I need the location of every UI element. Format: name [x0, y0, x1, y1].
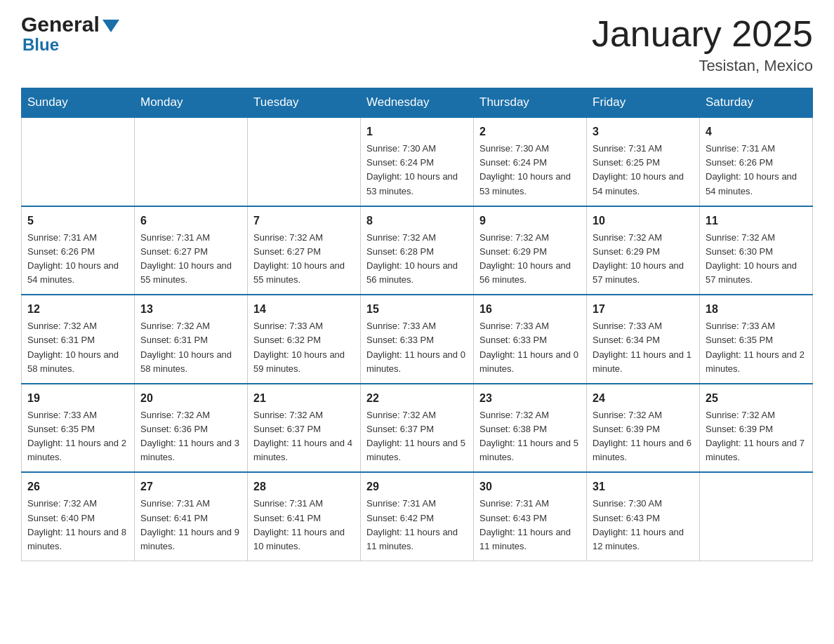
calendar-week-1: 1Sunrise: 7:30 AM Sunset: 6:24 PM Daylig…: [22, 117, 813, 206]
day-info: Sunrise: 7:30 AM Sunset: 6:24 PM Dayligh…: [366, 142, 468, 199]
day-header-sunday: Sunday: [22, 88, 135, 118]
day-info: Sunrise: 7:32 AM Sunset: 6:39 PM Dayligh…: [593, 408, 694, 465]
calendar-week-3: 12Sunrise: 7:32 AM Sunset: 6:31 PM Dayli…: [22, 295, 813, 384]
calendar-cell: 27Sunrise: 7:31 AM Sunset: 6:41 PM Dayli…: [135, 472, 248, 561]
calendar-cell: 31Sunrise: 7:30 AM Sunset: 6:43 PM Dayli…: [587, 472, 700, 561]
day-number: 7: [253, 213, 355, 229]
day-number: 12: [27, 301, 128, 318]
day-number: 17: [593, 301, 694, 318]
day-number: 27: [140, 478, 241, 495]
day-info: Sunrise: 7:31 AM Sunset: 6:27 PM Dayligh…: [140, 231, 241, 288]
calendar-cell: 17Sunrise: 7:33 AM Sunset: 6:34 PM Dayli…: [587, 295, 700, 384]
day-info: Sunrise: 7:32 AM Sunset: 6:30 PM Dayligh…: [706, 231, 807, 288]
day-info: Sunrise: 7:32 AM Sunset: 6:31 PM Dayligh…: [27, 319, 128, 376]
day-info: Sunrise: 7:33 AM Sunset: 6:35 PM Dayligh…: [27, 408, 128, 465]
day-number: 24: [593, 390, 694, 407]
location: Tesistan, Mexico: [592, 57, 813, 75]
calendar-cell: 29Sunrise: 7:31 AM Sunset: 6:42 PM Dayli…: [361, 472, 474, 561]
day-number: 2: [479, 123, 581, 140]
calendar-cell: 9Sunrise: 7:32 AM Sunset: 6:29 PM Daylig…: [474, 206, 587, 295]
month-title: January 2025: [592, 14, 813, 54]
day-info: Sunrise: 7:33 AM Sunset: 6:33 PM Dayligh…: [479, 319, 581, 376]
calendar-cell: 6Sunrise: 7:31 AM Sunset: 6:27 PM Daylig…: [135, 206, 248, 295]
calendar-cell: 24Sunrise: 7:32 AM Sunset: 6:39 PM Dayli…: [587, 384, 700, 473]
day-number: 23: [479, 390, 581, 407]
calendar-cell: 10Sunrise: 7:32 AM Sunset: 6:29 PM Dayli…: [587, 206, 700, 295]
day-info: Sunrise: 7:32 AM Sunset: 6:28 PM Dayligh…: [366, 231, 468, 288]
calendar-week-2: 5Sunrise: 7:31 AM Sunset: 6:26 PM Daylig…: [22, 206, 813, 295]
day-info: Sunrise: 7:32 AM Sunset: 6:37 PM Dayligh…: [253, 408, 355, 465]
day-number: 5: [27, 213, 128, 229]
calendar-cell: 2Sunrise: 7:30 AM Sunset: 6:24 PM Daylig…: [474, 117, 587, 206]
logo-blue-text: Blue: [22, 35, 59, 55]
calendar-week-4: 19Sunrise: 7:33 AM Sunset: 6:35 PM Dayli…: [22, 384, 813, 473]
calendar-cell: 19Sunrise: 7:33 AM Sunset: 6:35 PM Dayli…: [22, 384, 135, 473]
day-number: 29: [366, 478, 468, 495]
day-info: Sunrise: 7:30 AM Sunset: 6:43 PM Dayligh…: [593, 497, 694, 554]
calendar-cell: 21Sunrise: 7:32 AM Sunset: 6:37 PM Dayli…: [248, 384, 361, 473]
day-number: 21: [253, 390, 355, 407]
calendar-cell: 16Sunrise: 7:33 AM Sunset: 6:33 PM Dayli…: [474, 295, 587, 384]
calendar-cell: [248, 117, 361, 206]
day-headers-row: SundayMondayTuesdayWednesdayThursdayFrid…: [22, 88, 813, 118]
day-number: 11: [706, 213, 807, 229]
day-info: Sunrise: 7:30 AM Sunset: 6:24 PM Dayligh…: [479, 142, 581, 199]
day-info: Sunrise: 7:31 AM Sunset: 6:41 PM Dayligh…: [253, 497, 355, 554]
day-number: 26: [27, 478, 128, 495]
day-number: 28: [253, 478, 355, 495]
day-info: Sunrise: 7:33 AM Sunset: 6:32 PM Dayligh…: [253, 319, 355, 376]
calendar-cell: [22, 117, 135, 206]
calendar-cell: 12Sunrise: 7:32 AM Sunset: 6:31 PM Dayli…: [22, 295, 135, 384]
day-number: 20: [140, 390, 241, 407]
day-info: Sunrise: 7:32 AM Sunset: 6:27 PM Dayligh…: [253, 231, 355, 288]
calendar-cell: [700, 472, 813, 561]
day-header-wednesday: Wednesday: [361, 88, 474, 118]
calendar-cell: 28Sunrise: 7:31 AM Sunset: 6:41 PM Dayli…: [248, 472, 361, 561]
day-info: Sunrise: 7:32 AM Sunset: 6:36 PM Dayligh…: [140, 408, 241, 465]
calendar-cell: 4Sunrise: 7:31 AM Sunset: 6:26 PM Daylig…: [700, 117, 813, 206]
day-number: 13: [140, 301, 241, 318]
day-number: 10: [593, 213, 694, 229]
logo-general-text: General: [21, 14, 100, 35]
day-info: Sunrise: 7:31 AM Sunset: 6:26 PM Dayligh…: [706, 142, 807, 199]
calendar-cell: [135, 117, 248, 206]
day-number: 30: [479, 478, 581, 495]
day-info: Sunrise: 7:32 AM Sunset: 6:38 PM Dayligh…: [479, 408, 581, 465]
day-number: 8: [366, 213, 468, 229]
day-number: 22: [366, 390, 468, 407]
day-number: 15: [366, 301, 468, 318]
day-info: Sunrise: 7:32 AM Sunset: 6:31 PM Dayligh…: [140, 319, 241, 376]
day-header-monday: Monday: [135, 88, 248, 118]
day-info: Sunrise: 7:32 AM Sunset: 6:29 PM Dayligh…: [593, 231, 694, 288]
page-header: General Blue January 2025 Tesistan, Mexi…: [21, 14, 813, 75]
calendar-week-5: 26Sunrise: 7:32 AM Sunset: 6:40 PM Dayli…: [22, 472, 813, 561]
calendar-cell: 22Sunrise: 7:32 AM Sunset: 6:37 PM Dayli…: [361, 384, 474, 473]
day-info: Sunrise: 7:31 AM Sunset: 6:42 PM Dayligh…: [366, 497, 468, 554]
calendar-cell: 11Sunrise: 7:32 AM Sunset: 6:30 PM Dayli…: [700, 206, 813, 295]
calendar-cell: 26Sunrise: 7:32 AM Sunset: 6:40 PM Dayli…: [22, 472, 135, 561]
logo: General Blue: [21, 14, 119, 55]
calendar-cell: 15Sunrise: 7:33 AM Sunset: 6:33 PM Dayli…: [361, 295, 474, 384]
day-number: 14: [253, 301, 355, 318]
calendar-cell: 3Sunrise: 7:31 AM Sunset: 6:25 PM Daylig…: [587, 117, 700, 206]
day-number: 31: [593, 478, 694, 495]
calendar-cell: 7Sunrise: 7:32 AM Sunset: 6:27 PM Daylig…: [248, 206, 361, 295]
day-number: 16: [479, 301, 581, 318]
day-info: Sunrise: 7:33 AM Sunset: 6:33 PM Dayligh…: [366, 319, 468, 376]
calendar-body: 1Sunrise: 7:30 AM Sunset: 6:24 PM Daylig…: [22, 117, 813, 561]
day-number: 9: [479, 213, 581, 229]
day-header-tuesday: Tuesday: [248, 88, 361, 118]
day-info: Sunrise: 7:32 AM Sunset: 6:39 PM Dayligh…: [706, 408, 807, 465]
calendar-cell: 13Sunrise: 7:32 AM Sunset: 6:31 PM Dayli…: [135, 295, 248, 384]
day-number: 18: [706, 301, 807, 318]
day-number: 4: [706, 123, 807, 140]
day-number: 25: [706, 390, 807, 407]
day-info: Sunrise: 7:33 AM Sunset: 6:35 PM Dayligh…: [706, 319, 807, 376]
logo-arrow-icon: [102, 20, 119, 32]
calendar-cell: 30Sunrise: 7:31 AM Sunset: 6:43 PM Dayli…: [474, 472, 587, 561]
day-number: 3: [593, 123, 694, 140]
day-header-saturday: Saturday: [700, 88, 813, 118]
calendar-cell: 18Sunrise: 7:33 AM Sunset: 6:35 PM Dayli…: [700, 295, 813, 384]
calendar-cell: 1Sunrise: 7:30 AM Sunset: 6:24 PM Daylig…: [361, 117, 474, 206]
calendar-cell: 25Sunrise: 7:32 AM Sunset: 6:39 PM Dayli…: [700, 384, 813, 473]
